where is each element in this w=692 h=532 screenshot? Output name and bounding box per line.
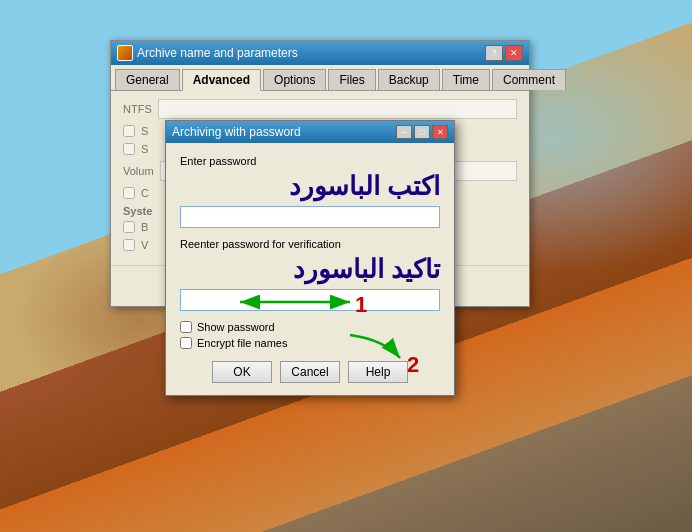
checkbox-s1[interactable] xyxy=(123,125,135,137)
tab-general[interactable]: General xyxy=(115,69,180,90)
tab-comment[interactable]: Comment xyxy=(492,69,566,90)
pwd-close-button[interactable]: ✕ xyxy=(432,125,448,139)
tab-backup[interactable]: Backup xyxy=(378,69,440,90)
pwd-footer: OK Cancel Help xyxy=(180,361,440,383)
reenter-password-row: Reenter password for verification تاكيد … xyxy=(180,238,440,311)
pwd-ok-button[interactable]: OK xyxy=(212,361,272,383)
arabic-reenter-text: تاكيد الباسورد xyxy=(180,253,440,287)
main-titlebar: Archive name and parameters ? ✕ xyxy=(111,41,529,65)
main-window-title: Archive name and parameters xyxy=(137,46,298,60)
ntfs-row: NTFS xyxy=(123,99,517,119)
checkbox-v[interactable] xyxy=(123,239,135,251)
pwd-checkboxes: Show password Encrypt file names xyxy=(180,321,440,349)
tab-advanced[interactable]: Advanced xyxy=(182,69,261,91)
pwd-help-button[interactable]: Help xyxy=(348,361,408,383)
ntfs-input[interactable] xyxy=(158,99,517,119)
tab-time[interactable]: Time xyxy=(442,69,490,90)
tab-bar: General Advanced Options Files Backup Ti… xyxy=(111,65,529,91)
encrypt-filenames-row: Encrypt file names xyxy=(180,337,440,349)
help-button[interactable]: ? xyxy=(485,45,503,61)
show-password-row: Show password xyxy=(180,321,440,333)
enter-password-label: Enter password xyxy=(180,155,440,167)
winrar-icon xyxy=(117,45,133,61)
arabic-enter-text: اكتب الباسورد xyxy=(180,170,440,204)
password-confirm-input[interactable] xyxy=(180,289,440,311)
pwd-cancel-button[interactable]: Cancel xyxy=(280,361,340,383)
pwd-titlebar-buttons: ─ □ ✕ xyxy=(396,125,448,139)
titlebar-left: Archive name and parameters xyxy=(117,45,298,61)
pwd-titlebar: Archiving with password ─ □ ✕ xyxy=(166,121,454,143)
encrypt-filenames-label: Encrypt file names xyxy=(197,337,287,349)
ntfs-label: NTFS xyxy=(123,103,152,115)
checkbox-s2[interactable] xyxy=(123,143,135,155)
show-password-label: Show password xyxy=(197,321,275,333)
enter-password-row: Enter password اكتب الباسورد xyxy=(180,155,440,228)
checkbox-s2-label: S xyxy=(141,143,148,155)
pwd-content: Enter password اكتب الباسورد Reenter pas… xyxy=(166,143,454,395)
pwd-max-button[interactable]: □ xyxy=(414,125,430,139)
volume-label: Volum xyxy=(123,165,154,177)
password-dialog: Archiving with password ─ □ ✕ Enter pass… xyxy=(165,120,455,396)
encrypt-filenames-checkbox[interactable] xyxy=(180,337,192,349)
pwd-min-button[interactable]: ─ xyxy=(396,125,412,139)
titlebar-buttons: ? ✕ xyxy=(485,45,523,61)
tab-files[interactable]: Files xyxy=(328,69,375,90)
checkbox-c-label: C xyxy=(141,187,149,199)
checkbox-v-label: V xyxy=(141,239,148,251)
tab-options[interactable]: Options xyxy=(263,69,326,90)
close-button[interactable]: ✕ xyxy=(505,45,523,61)
checkbox-s1-label: S xyxy=(141,125,148,137)
password-input[interactable] xyxy=(180,206,440,228)
show-password-checkbox[interactable] xyxy=(180,321,192,333)
reenter-password-label: Reenter password for verification xyxy=(180,238,440,250)
checkbox-c[interactable] xyxy=(123,187,135,199)
checkbox-b-label: B xyxy=(141,221,148,233)
checkbox-b[interactable] xyxy=(123,221,135,233)
pwd-dialog-title: Archiving with password xyxy=(172,125,301,139)
